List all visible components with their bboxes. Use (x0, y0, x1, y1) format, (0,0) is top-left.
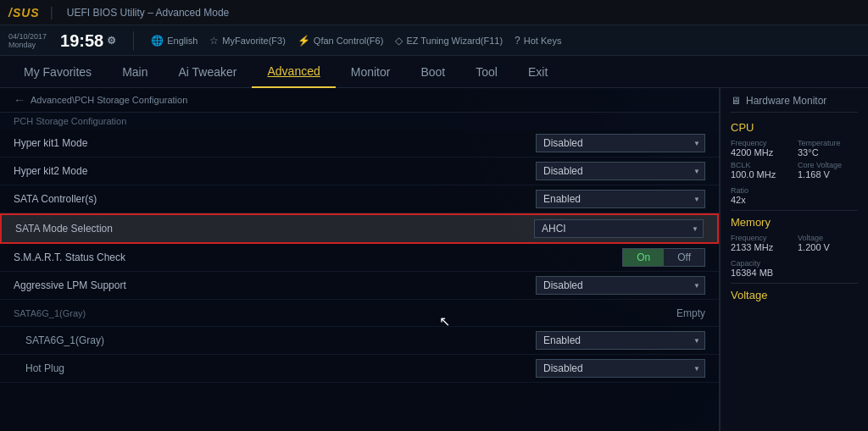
sata-mode-label: SATA Mode Selection (15, 223, 534, 235)
cpu-frequency-label: Frequency (731, 139, 791, 147)
cpu-frequency-value: 4200 MHz (731, 147, 791, 157)
hw-monitor-label: Hardware Monitor (746, 95, 826, 107)
hyper-kit2-dropdown-wrapper: Disabled Enabled (536, 162, 705, 180)
hyper-kit1-row: Hyper kit1 Mode Disabled Enabled (0, 130, 719, 157)
memory-stats-grid: Frequency 2133 MHz Voltage 1.200 V (731, 234, 858, 252)
fan-icon: ⚡ (298, 35, 310, 47)
cpu-bclk-stat: BCLK 100.0 MHz (731, 161, 791, 180)
smart-off-button[interactable]: Off (664, 249, 704, 266)
ez-tuning-label: EZ Tuning Wizard(F11) (406, 36, 503, 46)
settings-table: Hyper kit1 Mode Disabled Enabled Hyper k… (0, 130, 719, 383)
back-arrow-icon[interactable]: ← (14, 93, 25, 107)
favorite-icon: ☆ (209, 35, 219, 47)
nav-exit[interactable]: Exit (513, 56, 563, 88)
aggressive-lpm-row: Aggressive LPM Support Disabled Enabled (0, 272, 719, 300)
nav-ai-tweaker[interactable]: Ai Tweaker (163, 56, 252, 88)
smart-status-value: On Off (622, 248, 705, 267)
hyper-kit1-dropdown[interactable]: Disabled Enabled (536, 134, 705, 152)
hw-monitor-title: 🖥 Hardware Monitor (731, 95, 858, 113)
nav-boot[interactable]: Boot (405, 56, 460, 88)
section-label: PCH Storage Configuration (0, 113, 719, 130)
time-display: 19:58 ⚙ (60, 32, 116, 49)
info-bar-items: 🌐 English ☆ MyFavorite(F3) ⚡ Qfan Contro… (151, 35, 860, 47)
cpu-ratio-label: Ratio (731, 186, 858, 195)
hot-plug-dropdown[interactable]: Disabled Enabled (536, 359, 705, 378)
cpu-core-voltage-value: 1.168 V (798, 169, 858, 180)
smart-on-button[interactable]: On (623, 249, 664, 266)
aggressive-lpm-dropdown-wrapper: Disabled Enabled (536, 276, 705, 295)
cpu-temperature-stat: Temperature 33°C (798, 139, 858, 157)
memory-frequency-label: Frequency (731, 234, 791, 242)
sata6g-empty-value: Empty (676, 307, 705, 319)
main-content: ← Advanced\PCH Storage Configuration PCH… (0, 88, 868, 431)
nav-tool[interactable]: Tool (460, 56, 513, 88)
sata6g-1-label: SATA6G_1(Gray) (14, 334, 536, 346)
sata-controllers-label: SATA Controller(s) (14, 193, 536, 205)
cpu-bclk-label: BCLK (731, 161, 791, 169)
hot-plug-row: Hot Plug Disabled Enabled (0, 355, 719, 383)
aggressive-lpm-label: Aggressive LPM Support (14, 279, 536, 291)
sata-controllers-dropdown-wrapper: Enabled Disabled (536, 190, 705, 208)
hot-keys-button[interactable]: ? Hot Keys (515, 35, 561, 47)
voltage-section-title: Voltage (731, 289, 858, 301)
info-bar: 04/10/2017Monday 19:58 ⚙ 🌐 English ☆ MyF… (0, 25, 868, 56)
breadcrumb-path: Advanced\PCH Storage Configuration (31, 95, 187, 105)
ez-tuning-button[interactable]: ◇ EZ Tuning Wizard(F11) (395, 35, 503, 47)
qfan-label: Qfan Control(F6) (314, 36, 384, 46)
hyper-kit1-value: Disabled Enabled (536, 134, 705, 152)
memory-capacity-value: 16384 MB (731, 268, 858, 278)
memory-voltage-stat: Voltage 1.200 V (798, 234, 858, 252)
sata-controllers-row: SATA Controller(s) Enabled Disabled (0, 185, 719, 213)
sata6g-category-label: SATA6G_1(Gray) (14, 308, 676, 318)
myfavorite-button[interactable]: ☆ MyFavorite(F3) (209, 35, 286, 47)
cpu-section-title: CPU (731, 121, 858, 134)
header-title: UEFI BIOS Utility – Advanced Mode (67, 7, 229, 19)
nav-advanced[interactable]: Advanced (252, 56, 335, 88)
datetime: 04/10/2017Monday (8, 32, 47, 49)
nav-main[interactable]: Main (107, 56, 163, 88)
memory-section-title: Memory (731, 216, 858, 229)
cpu-core-voltage-label: Core Voltage (798, 161, 858, 169)
cpu-ratio-value: 42x (731, 195, 858, 205)
date-text: 04/10/2017Monday (8, 32, 47, 49)
help-icon: ? (515, 35, 520, 47)
language-label: English (167, 36, 198, 46)
sata-controllers-dropdown[interactable]: Enabled Disabled (536, 190, 705, 208)
cpu-bclk-value: 100.0 MHz (731, 169, 791, 180)
left-panel: ← Advanced\PCH Storage Configuration PCH… (0, 88, 720, 431)
sata6g-1-dropdown-wrapper: Enabled Disabled (536, 331, 705, 350)
time-value: 19:58 (60, 32, 103, 49)
hyper-kit2-dropdown[interactable]: Disabled Enabled (536, 162, 705, 180)
cpu-ratio-stat: Ratio 42x (731, 186, 858, 205)
sata6g-category-row: SATA6G_1(Gray) Empty (0, 300, 719, 327)
cpu-core-voltage-stat: Core Voltage 1.168 V (798, 161, 858, 180)
memory-capacity-stat: Capacity 16384 MB (731, 259, 858, 278)
smart-status-row: S.M.A.R.T. Status Check On Off (0, 244, 719, 272)
qfan-button[interactable]: ⚡ Qfan Control(F6) (298, 35, 384, 47)
language-selector[interactable]: 🌐 English (151, 35, 198, 47)
globe-icon: 🌐 (151, 35, 164, 47)
sata-mode-value: AHCI IDE RAID (534, 219, 704, 238)
nav-monitor[interactable]: Monitor (336, 56, 406, 88)
breadcrumb: ← Advanced\PCH Storage Configuration (0, 88, 719, 113)
sata6g-1-row: SATA6G_1(Gray) Enabled Disabled (0, 327, 719, 355)
aggressive-lpm-dropdown[interactable]: Disabled Enabled (536, 276, 705, 295)
bios-header: /SUS | UEFI BIOS Utility – Advanced Mode (0, 0, 868, 25)
sata6g-1-dropdown[interactable]: Enabled Disabled (536, 331, 705, 350)
hot-keys-label: Hot Keys (524, 36, 562, 46)
settings-gear-icon[interactable]: ⚙ (107, 36, 116, 46)
memory-frequency-stat: Frequency 2133 MHz (731, 234, 791, 252)
memory-capacity-label: Capacity (731, 259, 858, 268)
sata-mode-dropdown[interactable]: AHCI IDE RAID (534, 219, 704, 238)
hyper-kit2-row: Hyper kit2 Mode Disabled Enabled (0, 157, 719, 185)
nav-my-favorites[interactable]: My Favorites (8, 56, 107, 88)
cpu-temperature-value: 33°C (798, 147, 858, 157)
header-divider: | (50, 5, 53, 20)
memory-voltage-value: 1.200 V (798, 242, 858, 252)
hyper-kit2-value: Disabled Enabled (536, 162, 705, 180)
cpu-stats-grid: Frequency 4200 MHz Temperature 33°C BCLK… (731, 139, 858, 180)
sata-mode-dropdown-wrapper: AHCI IDE RAID (534, 219, 704, 238)
hot-plug-value: Disabled Enabled (536, 359, 705, 378)
asus-logo: /SUS (8, 6, 40, 19)
sata-mode-row: SATA Mode Selection AHCI IDE RAID (0, 213, 719, 244)
